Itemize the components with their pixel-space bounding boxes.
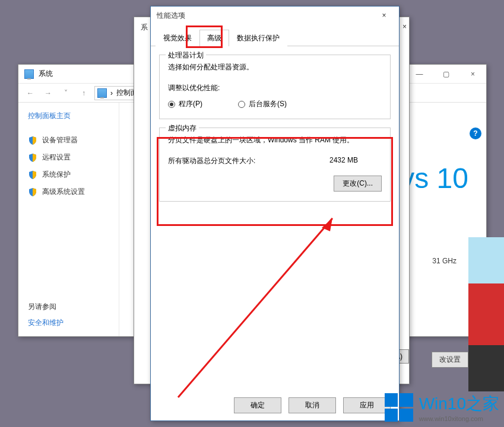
shield-icon (28, 187, 37, 197)
maximize-button[interactable]: ▢ (433, 65, 459, 84)
performance-options-dialog: 性能选项 × 视觉效果 高级 数据执行保护 处理器计划 选择如何分配处理器资源。… (150, 6, 400, 421)
help-icon[interactable]: ? (470, 128, 481, 139)
watermark-url: www.win10xitong.com (419, 415, 499, 422)
breadcrumb-sep: › (110, 89, 113, 97)
sidebar-item-label: 系统保护 (42, 170, 71, 180)
sidebar-item-remote[interactable]: 远程设置 (28, 149, 109, 166)
shield-icon (28, 170, 37, 180)
perf-tabs: 视觉效果 高级 数据执行保护 (151, 29, 399, 46)
processor-desc: 选择如何分配处理器资源。 (168, 62, 382, 72)
monitor-icon (97, 88, 107, 98)
background-vehicle-image (468, 237, 504, 391)
adjust-label: 调整以优化性能: (168, 83, 382, 93)
sidebar-item-protection[interactable]: 系统保护 (28, 166, 109, 183)
virtual-memory-group: 虚拟内存 分页文件是硬盘上的一块区域，Windows 当作 RAM 使用。 所有… (159, 128, 391, 202)
radio-label: 程序(P) (179, 99, 202, 109)
apply-button[interactable]: 应用 (343, 397, 391, 413)
vmem-legend: 虚拟内存 (166, 123, 199, 133)
close-icon[interactable]: × (375, 11, 393, 20)
perf-dialog-buttons: 确定 取消 应用 (234, 397, 391, 413)
shield-icon (28, 153, 37, 162)
cpu-ghz-value: 31 GHz (432, 257, 457, 265)
windows10-logo-text: vs 10 (400, 162, 468, 195)
cancel-button[interactable]: 取消 (289, 397, 336, 413)
radio-icon (168, 101, 175, 108)
nav-forward-icon[interactable]: → (41, 86, 55, 100)
perf-title-text: 性能选项 (157, 11, 185, 21)
mid-window-close[interactable]: × (398, 23, 411, 31)
change-vmem-button[interactable]: 更改(C)... (334, 176, 382, 192)
ok-button[interactable]: 确定 (234, 397, 281, 413)
processor-scheduling-group: 处理器计划 选择如何分配处理器资源。 调整以优化性能: 程序(P) 后台服务(S… (159, 55, 391, 119)
radio-label: 后台服务(S) (249, 99, 287, 109)
sidebar-item-label: 远程设置 (42, 152, 71, 162)
sidebar-item-label: 设备管理器 (42, 135, 78, 145)
sidebar-title[interactable]: 控制面板主页 (28, 111, 109, 121)
tab-advanced[interactable]: 高级 (199, 30, 229, 46)
sidebar-item-device-manager[interactable]: 设备管理器 (28, 132, 109, 149)
see-also-label: 另请参阅 (28, 302, 64, 312)
monitor-icon (24, 69, 34, 79)
processor-legend: 处理器计划 (166, 50, 206, 60)
tab-visual-effects[interactable]: 视觉效果 (156, 30, 199, 46)
tab-dep[interactable]: 数据执行保护 (229, 30, 287, 46)
sidebar-item-label: 高级系统设置 (42, 187, 85, 197)
shield-icon (28, 136, 37, 145)
system-sidebar: 控制面板主页 设备管理器 远程设置 系统保护 高级系统设置 另请参阅 安全和维护 (18, 103, 119, 336)
perf-titlebar[interactable]: 性能选项 × (151, 7, 399, 24)
security-link[interactable]: 安全和维护 (28, 318, 64, 328)
watermark-name: Win10之家 (419, 393, 499, 415)
change-settings-button[interactable]: 改设置 (432, 352, 468, 368)
radio-programs[interactable]: 程序(P) (168, 99, 202, 109)
watermark: Win10之家 www.win10xitong.com (385, 393, 499, 422)
sidebar-item-advanced[interactable]: 高级系统设置 (28, 183, 109, 200)
nav-up-icon[interactable]: ↑ (77, 86, 91, 100)
vmem-desc: 分页文件是硬盘上的一块区域，Windows 当作 RAM 使用。 (168, 135, 382, 145)
mid-window-title-fragment: 系 (141, 23, 148, 33)
radio-background-services[interactable]: 后台服务(S) (238, 99, 287, 109)
nav-dropdown-icon[interactable]: ˅ (59, 86, 73, 100)
nav-back-icon[interactable]: ← (23, 86, 37, 100)
radio-icon (238, 101, 245, 108)
vmem-total-value: 2432 MB (329, 156, 358, 166)
vmem-total-label: 所有驱动器总分页文件大小: (168, 156, 255, 166)
close-button[interactable]: × (459, 65, 486, 84)
windows-logo-icon (385, 393, 413, 422)
minimize-button[interactable]: — (406, 65, 433, 84)
